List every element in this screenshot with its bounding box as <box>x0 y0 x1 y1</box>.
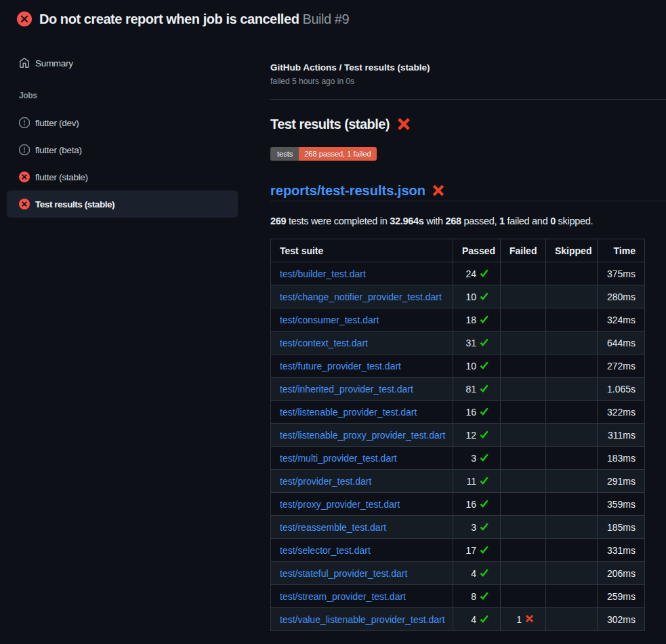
skipped-cell <box>546 493 598 516</box>
report-heading: reports/test-results.json <box>270 182 666 201</box>
summary-segment: 268 <box>446 216 461 226</box>
skipped-cell <box>546 331 598 355</box>
skipped-cell <box>546 262 598 285</box>
suite-link[interactable]: test/multi_provider_test.dart <box>280 453 397 464</box>
failed-cell <box>501 447 546 470</box>
suite-link[interactable]: test/proxy_provider_test.dart <box>280 499 400 510</box>
table-row: test/proxy_provider_test.dart16359ms <box>271 493 645 516</box>
check-icon <box>479 268 489 278</box>
table-row: test/future_provider_test.dart10272ms <box>271 355 645 378</box>
summary-segment: 32.964s <box>390 216 423 226</box>
suite-link[interactable]: test/builder_test.dart <box>280 268 366 279</box>
failed-cell <box>501 493 546 516</box>
failed-count: 1 <box>516 614 522 625</box>
table-row: test/change_notifier_provider_test.dart1… <box>271 285 645 308</box>
passed-count: 3 <box>471 522 476 533</box>
suite-link[interactable]: test/reassemble_test.dart <box>280 522 386 533</box>
jobs-section-label: Jobs <box>19 91 270 100</box>
test-results-table: Test suitePassedFailedSkippedTime test/b… <box>270 239 645 631</box>
suite-link[interactable]: test/listenable_provider_test.dart <box>280 407 417 418</box>
suite-cell: test/provider_test.dart <box>271 470 453 493</box>
time-cell: 322ms <box>598 401 645 424</box>
failed-cell <box>501 470 546 493</box>
sidebar-job-item[interactable]: Test results (stable) <box>7 190 238 218</box>
check-icon <box>479 544 489 555</box>
failed-x-icon <box>396 116 412 132</box>
suite-link[interactable]: test/change_notifier_provider_test.dart <box>280 291 442 302</box>
suite-link[interactable]: test/inherited_provider_test.dart <box>280 384 413 395</box>
passed-cell: 3 <box>453 447 501 470</box>
passed-cell: 3 <box>453 516 501 539</box>
failed-cell <box>501 331 546 355</box>
sidebar-job-item[interactable]: flutter (stable) <box>7 163 238 190</box>
suite-cell: test/inherited_provider_test.dart <box>271 378 453 401</box>
table-row: test/listenable_proxy_provider_test.dart… <box>271 424 645 447</box>
check-icon <box>479 291 489 301</box>
suite-link[interactable]: test/future_provider_test.dart <box>280 361 401 371</box>
suite-link[interactable]: test/provider_test.dart <box>280 476 371 487</box>
passed-cell: 4 <box>453 608 501 631</box>
tests-badge[interactable]: tests 268 passed, 1 failed <box>270 147 377 161</box>
workflow-run-title: Do not create report when job is cancell… <box>39 12 299 26</box>
skipped-cell <box>546 355 598 378</box>
failed-cell <box>501 562 546 585</box>
skipped-cell <box>546 447 598 470</box>
sidebar-job-item[interactable]: flutter (dev) <box>7 109 238 136</box>
failed-cell <box>501 539 546 562</box>
passed-cell: 11 <box>453 470 501 493</box>
passed-count: 11 <box>466 476 476 487</box>
check-icon <box>479 406 489 416</box>
passed-cell: 10 <box>453 355 501 378</box>
table-row: test/multi_provider_test.dart3183ms <box>271 447 645 470</box>
summary-segment: passed, <box>461 216 499 226</box>
check-icon <box>479 521 489 531</box>
sidebar-item-summary[interactable]: Summary <box>7 52 238 74</box>
time-cell: 291ms <box>598 470 645 493</box>
table-row: test/provider_test.dart11291ms <box>271 470 645 493</box>
time-cell: 375ms <box>598 262 645 285</box>
passed-count: 3 <box>471 453 476 464</box>
badge-value: 268 passed, 1 failed <box>299 147 376 161</box>
sidebar: Summary Jobs flutter (dev)flutter (beta)… <box>0 38 270 218</box>
skipped-cell <box>546 516 598 539</box>
summary-segment: tests were completed in <box>286 216 390 226</box>
table-row: test/inherited_provider_test.dart811.065… <box>271 378 645 401</box>
suite-link[interactable]: test/context_test.dart <box>280 338 368 348</box>
breadcrumb: GitHub Actions / Test results (stable) <box>270 62 666 73</box>
table-row: test/stateful_provider_test.dart4206ms <box>271 562 645 585</box>
passed-cell: 16 <box>453 401 501 424</box>
summary-segment: 1 <box>499 216 505 226</box>
failed-cell <box>501 285 546 308</box>
failed-cell <box>501 585 546 608</box>
passed-count: 17 <box>465 545 476 556</box>
passed-count: 18 <box>465 315 476 325</box>
suite-cell: test/value_listenable_provider_test.dart <box>271 608 453 631</box>
suite-link[interactable]: test/stateful_provider_test.dart <box>280 568 407 579</box>
column-header: Time <box>598 239 645 262</box>
suite-cell: test/multi_provider_test.dart <box>271 447 453 470</box>
passed-count: 10 <box>465 361 476 371</box>
table-row: test/listenable_provider_test.dart16322m… <box>271 401 645 424</box>
suite-cell: test/future_provider_test.dart <box>271 355 453 378</box>
skipped-cell <box>546 608 598 631</box>
sidebar-job-item[interactable]: flutter (beta) <box>7 136 238 163</box>
table-row: test/value_listenable_provider_test.dart… <box>271 608 645 631</box>
table-row: test/stream_provider_test.dart8259ms <box>271 585 645 608</box>
passed-cell: 10 <box>453 285 501 308</box>
check-icon <box>479 337 489 347</box>
x-circle-icon <box>19 172 30 182</box>
report-link[interactable]: reports/test-results.json <box>270 182 425 199</box>
run-meta: failed 5 hours ago in 0s <box>270 76 666 87</box>
summary-segment: with <box>424 216 446 226</box>
suite-cell: test/selector_test.dart <box>271 539 453 562</box>
passed-count: 16 <box>465 407 476 418</box>
suite-link[interactable]: test/stream_provider_test.dart <box>280 591 406 602</box>
badge-row: tests 268 passed, 1 failed <box>270 134 666 161</box>
suite-link[interactable]: test/listenable_proxy_provider_test.dart <box>280 430 445 441</box>
suite-link[interactable]: test/value_listenable_provider_test.dart <box>280 614 445 625</box>
suite-link[interactable]: test/selector_test.dart <box>280 545 371 556</box>
suite-link[interactable]: test/consumer_test.dart <box>280 315 379 325</box>
job-item-label: flutter (stable) <box>35 172 88 182</box>
skipped-cell <box>546 401 598 424</box>
home-icon <box>19 58 30 68</box>
